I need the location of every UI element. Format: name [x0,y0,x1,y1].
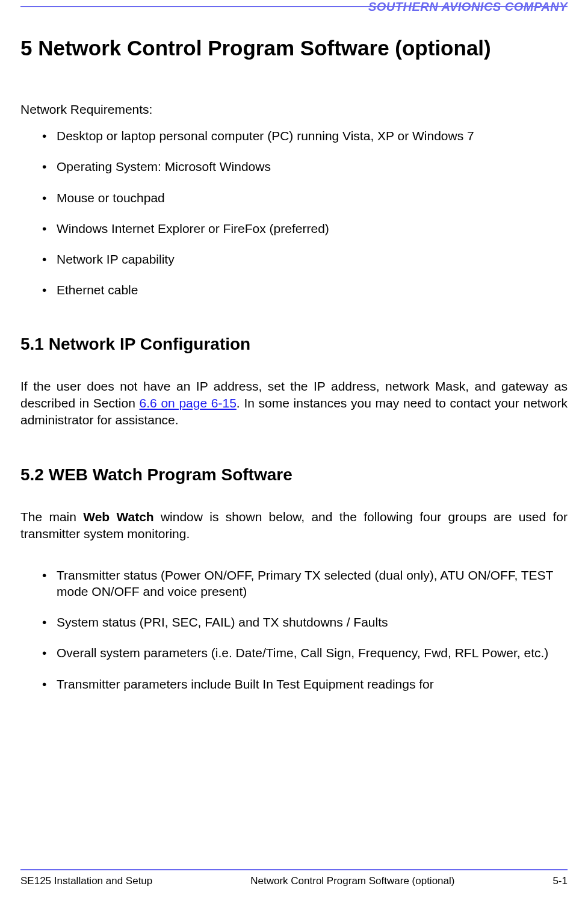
footer-left: SE125 Installation and Setup [20,875,152,887]
section-5-1-heading: 5.1 Network IP Configuration [20,335,568,354]
list-item: Ethernet cable [42,282,568,298]
footer-center: Network Control Program Software (option… [250,875,454,887]
list-item: Desktop or laptop personal computer (PC)… [42,128,568,144]
body: 5 Network Control Program Software (opti… [20,36,568,707]
requirements-list: Desktop or laptop personal computer (PC)… [20,128,568,299]
section-5-2-heading: 5.2 WEB Watch Program Software [20,465,568,485]
list-item: Mouse or touchpad [42,190,568,206]
cross-ref-link[interactable]: 6.6 on page 6-15 [140,396,237,410]
list-item: Windows Internet Explorer or FireFox (pr… [42,220,568,237]
intro-label: Network Requirements: [20,102,568,117]
footer: SE125 Installation and Setup Network Con… [20,875,568,887]
section-5-2-list: Transmitter status (Power ON/OFF, Primar… [20,567,568,692]
page: SOUTHERN AVIONICS COMPANY 5 Network Cont… [0,0,588,898]
list-item: Overall system parameters (i.e. Date/Tim… [42,645,568,661]
header-rule [20,6,568,7]
text: The main [20,510,83,524]
list-item: Operating System: Microsoft Windows [42,158,568,175]
footer-right: 5-1 [552,875,568,887]
list-item: System status (PRI, SEC, FAIL) and TX sh… [42,614,568,630]
section-5-1-para: If the user does not have an IP address,… [20,378,568,429]
list-item: Transmitter parameters include Built In … [42,676,568,692]
chapter-title: 5 Network Control Program Software (opti… [20,36,568,60]
footer-rule [20,869,568,870]
section-5-2-para: The main Web Watch window is shown below… [20,509,568,543]
list-item: Network IP capability [42,251,568,267]
list-item: Transmitter status (Power ON/OFF, Primar… [42,567,568,600]
bold-term: Web Watch [83,510,153,524]
